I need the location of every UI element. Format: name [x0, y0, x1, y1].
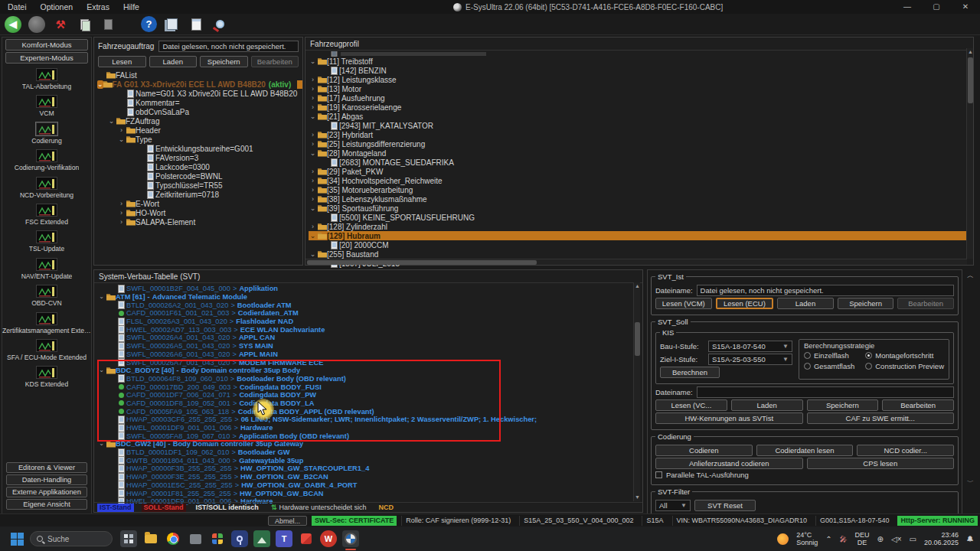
mode-button-experten-modus[interactable]: Experten-Modus: [5, 52, 88, 64]
svt-row[interactable]: BTLD_000026A2_001_043_020>Bootloader ATM: [97, 301, 642, 309]
close-button[interactable]: ✕: [951, 0, 980, 14]
svt-row[interactable]: BTLD_00001DF1_109_062_010>Bootloader GW: [97, 448, 642, 457]
profile-tree-row[interactable]: ⌄[255] Baustand: [309, 249, 973, 259]
svt-ist-dateiname-field[interactable]: Datei gelesen, noch nicht gespeichert.: [697, 285, 954, 296]
expand-icon[interactable]: ›: [309, 103, 317, 111]
sidebar-item-ncd-vorbereitung[interactable]: NCD-Vorbereitung: [2, 177, 91, 204]
profile-vertical-scrollbar[interactable]: ▲: [966, 48, 973, 259]
collapse-icon[interactable]: ⌄: [309, 149, 317, 157]
sidebar-item-nav-ent-update[interactable]: NAV/ENT-Update: [2, 258, 91, 285]
scroll-up-icon[interactable]: ︿: [967, 271, 974, 281]
svt-reset-button[interactable]: SVT Reset: [694, 500, 756, 511]
profile-tree-row[interactable]: [2943] MIT_KATALYSATOR: [309, 121, 973, 130]
expand-icon[interactable]: ›: [117, 218, 126, 226]
search-icon[interactable]: [211, 16, 228, 33]
collapse-icon[interactable]: ⌄: [97, 80, 103, 89]
menu-optionen[interactable]: Optionen: [41, 2, 74, 11]
minimize-button[interactable]: —: [893, 0, 922, 14]
ncd-codier--button[interactable]: NCD codier...: [857, 445, 954, 456]
expand-icon[interactable]: ›: [117, 200, 126, 207]
speichern-button[interactable]: Speichern: [807, 399, 879, 411]
window-scrollbar[interactable]: ︿ ﹀: [965, 269, 978, 514]
maximize-button[interactable]: ▢: [922, 0, 951, 14]
abmelden-button[interactable]: Abmel...: [268, 516, 307, 526]
fa-tree-row[interactable]: Lackcode=0300: [97, 162, 302, 171]
sidebar-item-vcm[interactable]: VCM: [2, 95, 91, 122]
svt-row[interactable]: CAFD_00001F61_001_021_003>Codierdaten_AT…: [97, 309, 642, 318]
fa-tree-row[interactable]: ›SALAPA-Element: [97, 217, 302, 227]
taskbar-chrome[interactable]: [165, 530, 181, 547]
sidebar-button-daten-handling[interactable]: Daten-Handling: [6, 474, 87, 485]
radio-einzelflash[interactable]: Einzelflash: [804, 351, 854, 360]
collapse-icon[interactable]: ⌄: [107, 117, 116, 125]
collapse-icon[interactable]: ⌄: [309, 250, 317, 258]
lesen-vcm--button[interactable]: Lesen (VCM): [655, 298, 712, 309]
fa-tree-row[interactable]: Name=G01 X3 xDrive20i ECE LL AWD B48B20: [97, 89, 302, 98]
sidebar-item-sfa-ecu-mode-extended[interactable]: SFA / ECU-Mode Extended: [2, 339, 91, 366]
berechnen-button[interactable]: Berechnen: [660, 367, 720, 378]
fa-tree-row[interactable]: ›Header: [97, 126, 302, 135]
profile-tree-row[interactable]: [5500] KEINE_SPORTAUSFUEHRUNG: [309, 213, 973, 222]
profile-tree-row[interactable]: ⌄[11] Treibstoff: [309, 57, 973, 66]
weather-icon[interactable]: [777, 533, 789, 545]
svt-row[interactable]: HWAP_00003CF6_255_255_255>06 LIN/J; NSW-…: [97, 416, 642, 424]
tray-expand-icon[interactable]: ⌃: [825, 535, 831, 543]
expand-icon[interactable]: ›: [309, 168, 317, 175]
profile-tree-row[interactable]: ›[23] Hybridart: [309, 130, 973, 139]
expand-icon[interactable]: ›: [117, 209, 126, 217]
laden-button[interactable]: Laden: [731, 399, 803, 411]
scroll-down-icon[interactable]: ﹀: [967, 478, 974, 487]
svt-row[interactable]: HWEL_00002AD7_113_003_003>ECE WLAN Dachv…: [97, 325, 642, 334]
anlieferzustand-codieren-button[interactable]: Anlieferzustand codieren: [655, 458, 803, 469]
sidebar-button-eigene-ansicht[interactable]: Eigene Ansicht: [6, 499, 87, 510]
fa-tree-row[interactable]: obdCvnSaLaPa: [97, 107, 302, 116]
taskbar-red-w-app[interactable]: W: [320, 530, 337, 547]
svt-filter-select[interactable]: All▼: [655, 500, 691, 511]
collapse-icon[interactable]: ⌄: [97, 367, 106, 374]
sidebar-item-tsl-update[interactable]: TSL-Update: [2, 230, 91, 257]
radio-construction-preview[interactable]: Construction Preview: [865, 362, 944, 370]
profile-tree-row[interactable]: ›[25] Leistungsdifferenzierung: [309, 139, 973, 148]
expand-icon[interactable]: ›: [309, 186, 317, 194]
svt-row[interactable]: HWAP_00001F81_255_255_255>HW_OPTION_GW_B…: [97, 489, 642, 497]
back-icon[interactable]: ◀: [5, 16, 21, 33]
collapse-icon[interactable]: ⌄: [309, 112, 317, 120]
fa-tree-row[interactable]: ⌄Type: [97, 135, 302, 144]
help-icon[interactable]: ?: [141, 16, 157, 32]
expand-icon[interactable]: ›: [309, 85, 317, 93]
svt-row[interactable]: SWFL_000026A4_001_043_020>APPL CAN: [97, 334, 642, 342]
lesen-vc--button[interactable]: Lesen (VC...: [655, 399, 727, 411]
fa-tree-row[interactable]: ⌄FZAuftrag: [97, 116, 302, 126]
profile-tree-row[interactable]: ›[12] Leistungsklasse: [309, 75, 973, 84]
svt-row[interactable]: ⌄BDC_BODY2 [40]-Body Domain controller 3…: [97, 367, 642, 375]
sidebar-item-codierung-verifikation[interactable]: Codierung-Verifikation: [2, 149, 91, 176]
notification-bell-icon[interactable]: 🔔︎: [966, 535, 974, 543]
clock[interactable]: 23:4620.06.2025: [924, 531, 959, 547]
profile-tree-row[interactable]: ⌄[129] Hubraum: [309, 231, 973, 240]
collapse-icon[interactable]: ⌄: [309, 232, 317, 240]
profile-horizontal-scrollbar[interactable]: [305, 259, 967, 265]
network-icon[interactable]: ⊕: [877, 535, 884, 543]
taskbar-grid-app[interactable]: [120, 530, 137, 547]
expand-icon[interactable]: ›: [309, 140, 317, 148]
profile-tree-row[interactable]: ›[13] Motor: [309, 84, 973, 93]
taskbar-gray-app[interactable]: [187, 530, 204, 547]
fa-tree-row[interactable]: Zeitkriterium=0718: [97, 190, 302, 199]
profile-tree-row[interactable]: ›[38] Lebenszyklusmaßnahme: [309, 194, 973, 204]
profile-tree-row[interactable]: ›[29] Paket_PKW: [309, 167, 973, 176]
profile-tree-row[interactable]: [20] 2000CCM: [309, 240, 973, 249]
svt-row[interactable]: ⌄ATM [61]-Advanced Telematic Module: [97, 293, 642, 302]
expand-icon[interactable]: ›: [309, 177, 317, 184]
data-viewer-icon[interactable]: [164, 16, 181, 33]
expand-icon[interactable]: ›: [309, 76, 317, 83]
fa-tree-row[interactable]: ⌄FA G01 X3-xDrive20i ECE LL AWD B48B20(a…: [97, 80, 302, 89]
svt-row[interactable]: SWFL_000026A5_001_043_020>SYS MAIN: [97, 342, 642, 350]
mode-button-komfort-modus[interactable]: Komfort-Modus: [5, 39, 88, 51]
start-button[interactable]: [11, 533, 24, 546]
profile-tree-row[interactable]: ⌄[39] Sportausführung: [309, 204, 973, 213]
taskbar-bmw-esys-app[interactable]: [342, 530, 359, 547]
codieren-button[interactable]: Codieren: [655, 445, 753, 456]
fa-tree-row[interactable]: ›HO-Wort: [97, 208, 302, 217]
svt-row[interactable]: HWAP_00000F3E_255_255_255>HW_OPTION_GW_B…: [97, 473, 642, 481]
laden-button[interactable]: Laden: [777, 298, 834, 309]
